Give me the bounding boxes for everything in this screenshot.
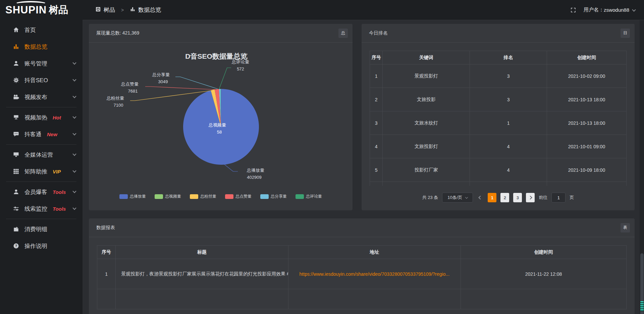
scrollbar-stripes (640, 301, 644, 311)
topbar: 树品 > 数据总览 用户名： zswodun88 (83, 0, 644, 20)
sidebar-item-douyin-seo[interactable]: 抖音SEO (0, 72, 83, 89)
report-title: 数据报表 (96, 225, 115, 231)
table-header-row: 序号 标题 地址 创建时间 (97, 246, 627, 259)
svg-text:?: ? (15, 244, 17, 248)
bar-chart-icon (13, 43, 19, 50)
sidebar-item-label: 会员爆客 (24, 188, 47, 196)
day-toggle-button[interactable]: 日 (621, 29, 630, 38)
member-icon (13, 189, 19, 195)
sidebar-divider (6, 219, 76, 219)
sidebar-item-label: 首页 (24, 26, 36, 34)
sidebar-item-label: 抖客通 (24, 130, 42, 138)
cell-video-link[interactable]: https://www.iesdouyin.com/share/video/70… (288, 259, 461, 289)
wallet-icon (13, 226, 19, 232)
seo-pie-chart: D音SEO数据量总览 总评论量 572 总分享量 3049 (89, 43, 353, 188)
legend-swatch (155, 194, 163, 199)
sidebar-item-label: 数据总览 (24, 43, 47, 51)
label-play-name: 总播放量 (247, 168, 264, 173)
goto-page-input[interactable] (551, 193, 566, 203)
sidebar-item-douketong[interactable]: 抖客通 New (0, 126, 83, 143)
legend-item-play[interactable]: 总播放量 (119, 194, 146, 199)
sidebar-item-lead-monitor[interactable]: 线索监控 Tools (0, 200, 83, 217)
cell-index: 4 (370, 135, 383, 158)
question-icon: ? (13, 243, 19, 249)
sidebar-divider (6, 181, 76, 182)
chevron-down-icon (632, 8, 636, 11)
legend-item-shares[interactable]: 总分享量 (260, 194, 287, 199)
sidebar-item-account[interactable]: 账号管理 (0, 55, 83, 72)
sidebar-item-video-publish[interactable]: 视频发布 (0, 89, 83, 105)
table-row: 4 文旅投影灯 4 2021-10-01 09:00 (370, 135, 627, 158)
chat-icon (13, 131, 19, 138)
label-comments-name: 总评论量 (231, 59, 249, 64)
sidebar-item-home[interactable]: 首页 (0, 21, 83, 38)
breadcrumb-current-icon (130, 6, 136, 14)
cell-rank: 1 (470, 111, 547, 135)
leader-line-shares (175, 77, 218, 89)
cell-keyword: 文旅投影 (383, 88, 470, 111)
logo-arc (15, 1, 47, 7)
logo-text-cn: 树品 (49, 3, 68, 17)
legend-label: 总视频量 (165, 194, 181, 199)
sidebar-item-expense-detail[interactable]: 消费明细 (0, 221, 83, 238)
page-scrollbar[interactable] (640, 20, 644, 314)
tools-badge: Tools (53, 189, 66, 195)
breadcrumb-current[interactable]: 数据总览 (138, 6, 161, 14)
page-size-value: 10条/页 (447, 195, 462, 201)
prev-page-button[interactable] (477, 193, 484, 202)
cell-rank: 4 (470, 135, 547, 158)
cell-rank: 4 (470, 158, 547, 182)
sidebar-item-data-overview[interactable]: 数据总览 (0, 38, 83, 55)
legend-item-video[interactable]: 总视频量 (155, 194, 181, 199)
next-page-button[interactable] (526, 193, 535, 202)
chevron-down-icon (465, 196, 468, 198)
table-toggle-button[interactable]: 表 (621, 223, 630, 232)
legend-item-fans[interactable]: 总粉丝量 (190, 194, 216, 199)
leader-line-comments (219, 68, 231, 89)
sidebar-item-video-heat[interactable]: 视频加热 Hot (0, 109, 83, 126)
chevron-down-icon (72, 77, 76, 81)
table-row: 3 文旅水纹灯 1 2021-10-13 18:00 (370, 111, 627, 135)
table-row: 1 景观投影灯，夜游景观投影灯厂家展示展示落花灯在花园里的灯光投影应用效果 # … (97, 259, 627, 289)
legend-item-likes[interactable]: 总点赞量 (225, 194, 252, 199)
user-menu[interactable]: 用户名： zswodun88 (584, 7, 635, 13)
page-button-2[interactable]: 2 (500, 193, 509, 202)
chevron-down-icon (72, 169, 76, 172)
col-index: 序号 (370, 51, 383, 64)
table-row-partial (97, 289, 627, 309)
total-toggle-button[interactable]: 总 (338, 29, 348, 38)
sidebar-item-matrix-boost[interactable]: 矩阵助推 VIP (0, 163, 83, 180)
chevron-down-icon (72, 94, 76, 98)
legend-label: 总粉丝量 (200, 194, 216, 199)
label-shares-value: 3049 (158, 79, 168, 84)
chevron-down-icon (72, 206, 76, 210)
sidebar: SHUPIN 树品 首页 数据总览 账号管理 抖音SEO 视频发布 (0, 0, 83, 314)
label-likes-value: 7681 (128, 89, 138, 94)
legend-swatch (260, 194, 269, 199)
col-created: 创建时间 (547, 51, 626, 64)
overview-card: 展现量总数: 421,369 总 D音SEO数据量总览 总评论量 (89, 24, 353, 210)
page-button-1[interactable]: 1 (488, 193, 496, 202)
page-size-select[interactable]: 10条/页 (442, 193, 473, 203)
legend-item-comments[interactable]: 总评论量 (296, 194, 322, 199)
cell-created: 2021-10-09 18:00 (547, 158, 626, 182)
fullscreen-icon[interactable] (570, 7, 576, 13)
sidebar-item-help[interactable]: ? 操作说明 (0, 238, 83, 254)
breadcrumb-root-icon (95, 6, 101, 14)
grid-icon (13, 168, 19, 175)
cell-keyword: 投影灯厂家 (383, 158, 470, 182)
label-video-name: 总视频量 (208, 122, 226, 127)
cell-created: 2021-11-22 12:08 (461, 259, 627, 289)
chevron-down-icon (72, 61, 76, 64)
ranking-table-wrapper: 序号 关键词 排名 创建时间 1 景观投影灯 3 2021-10-02 09:0… (370, 51, 627, 186)
chart-legend: 总播放量 总视频量 总粉丝量 总点赞量 总分享量 总评论量 (89, 194, 353, 199)
sidebar-item-member-burst[interactable]: 会员爆客 Tools (0, 184, 83, 200)
sidebar-nav: 首页 数据总览 账号管理 抖音SEO 视频发布 视频加热 Hot (0, 20, 83, 254)
hot-badge: Hot (53, 115, 61, 120)
sidebar-divider (6, 144, 76, 145)
sidebar-item-media-operation[interactable]: 全媒体运营 (0, 146, 83, 163)
page-button-3[interactable]: 3 (513, 193, 522, 202)
label-shares-name: 总分享量 (152, 72, 170, 77)
breadcrumb-root[interactable]: 树品 (104, 6, 115, 14)
screen-icon (13, 114, 19, 121)
